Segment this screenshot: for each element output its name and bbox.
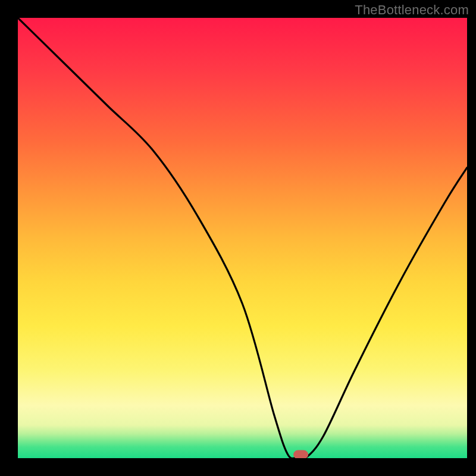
watermark-text: TheBottleneck.com (355, 2, 469, 18)
bottleneck-curve-path (18, 18, 467, 458)
plot-area (18, 18, 467, 458)
bottleneck-curve-svg (18, 18, 467, 458)
chart-frame: TheBottleneck.com (0, 0, 476, 476)
optimal-point-marker (294, 450, 308, 458)
